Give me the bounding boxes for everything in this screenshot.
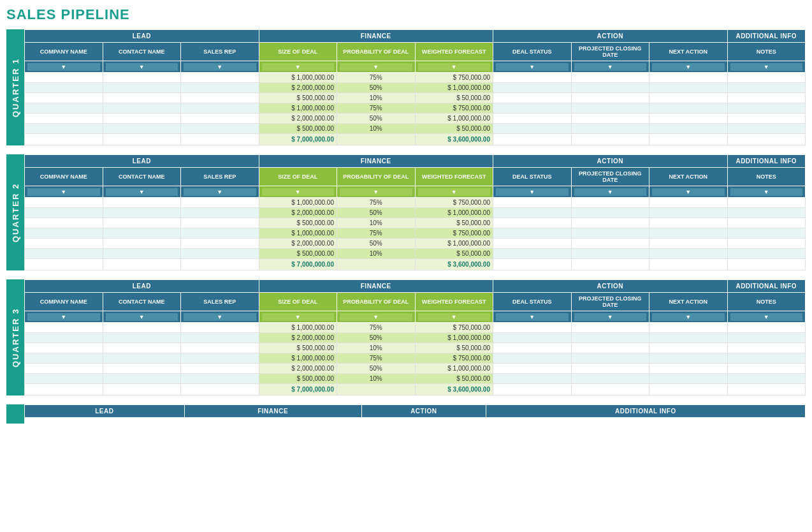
company-cell-q3-r1 (25, 333, 103, 343)
dropdown-cell-q1-c6[interactable]: ▼ (493, 61, 572, 73)
dropdown-btn-q1-c2[interactable]: ▼ (184, 63, 256, 71)
notes-cell-q1-r0 (727, 73, 806, 83)
dealstatus-cell-q2-r3 (493, 228, 572, 239)
company-cell-q1-r1 (25, 83, 103, 93)
dealstatus-cell-q2-r2 (493, 218, 572, 228)
dropdown-btn-q3-c3[interactable]: ▼ (262, 313, 335, 321)
dropdown-cell-q3-c6[interactable]: ▼ (493, 311, 572, 323)
total-size-q2: $ 7,000,000.00 (259, 259, 337, 270)
contact-cell-q3-r4 (103, 364, 181, 374)
dropdown-btn-q1-c7[interactable]: ▼ (574, 63, 647, 71)
nextaction-cell-q2-r3 (649, 228, 728, 239)
wf-cell-q3-r5: $ 50,000.00 (415, 374, 493, 384)
dropdown-cell-q3-c1[interactable]: ▼ (103, 311, 181, 323)
prob-cell-q1-r2: 10% (337, 93, 416, 103)
dealstatus-cell-q3-r2 (493, 343, 572, 353)
dropdown-btn-q1-c3[interactable]: ▼ (262, 63, 335, 71)
projclose-cell-q1-r1 (571, 83, 649, 93)
notes-header-q3: NOTES (727, 293, 806, 311)
dropdown-btn-q2-c1[interactable]: ▼ (106, 188, 178, 196)
projected-closing-header-q1: PROJECTED CLOSING DATE (571, 43, 649, 61)
projected-closing-header-q3: PROJECTED CLOSING DATE (571, 293, 649, 311)
dropdown-btn-q2-c9[interactable]: ▼ (730, 188, 803, 196)
dropdown-cell-q2-c4[interactable]: ▼ (337, 186, 416, 198)
dropdown-btn-q3-c8[interactable]: ▼ (652, 313, 725, 321)
dropdown-btn-q3-c6[interactable]: ▼ (496, 313, 569, 321)
dropdown-btn-q1-c6[interactable]: ▼ (496, 63, 569, 71)
dropdown-btn-q1-c9[interactable]: ▼ (730, 63, 803, 71)
notes-cell-q1-r3 (727, 103, 806, 114)
dropdown-btn-q2-c5[interactable]: ▼ (418, 188, 491, 196)
dropdown-btn-q2-c8[interactable]: ▼ (652, 188, 725, 196)
company-cell-q1-r2 (25, 93, 103, 103)
prob-cell-q1-r5: 10% (337, 124, 416, 134)
weighted-forecast-header-q3: WEIGHTED FORECAST (415, 293, 493, 311)
action-header-q3: ACTION (493, 280, 728, 293)
dropdown-cell-q3-c2[interactable]: ▼ (181, 311, 259, 323)
dropdown-cell-q2-c1[interactable]: ▼ (103, 186, 181, 198)
dropdown-btn-q3-c7[interactable]: ▼ (574, 313, 647, 321)
dropdown-cell-q1-c2[interactable]: ▼ (181, 61, 259, 73)
dropdown-btn-q3-c5[interactable]: ▼ (418, 313, 491, 321)
dropdown-cell-q1-c4[interactable]: ▼ (337, 61, 416, 73)
contact-cell-q1-r4 (103, 114, 181, 124)
dropdown-btn-q1-c0[interactable]: ▼ (27, 63, 100, 71)
next-action-header-q1: NEXT ACTION (649, 43, 728, 61)
dropdown-btn-q1-c8[interactable]: ▼ (652, 63, 725, 71)
dealstatus-cell-q3-r4 (493, 364, 572, 374)
prob-cell-q3-r4: 50% (337, 364, 416, 374)
notes-cell-q1-r5 (727, 124, 806, 134)
dropdown-cell-q3-c8[interactable]: ▼ (649, 311, 728, 323)
dropdown-btn-q2-c4[interactable]: ▼ (340, 188, 412, 196)
wf-cell-q1-r4: $ 1,000,000.00 (415, 114, 493, 124)
addinfo-header-q1: ADDITIONAL INFO (727, 30, 806, 43)
dropdown-btn-q1-c1[interactable]: ▼ (106, 63, 178, 71)
data-row-q1-r5: $ 500,000.00 10% $ 50,000.00 (25, 124, 806, 134)
dropdown-cell-q2-c5[interactable]: ▼ (415, 186, 493, 198)
total-empty-6-q3 (649, 384, 728, 395)
salesrep-cell-q3-r3 (181, 353, 259, 364)
dropdown-cell-q1-c3[interactable]: ▼ (259, 61, 337, 73)
dropdown-btn-q1-c4[interactable]: ▼ (340, 63, 412, 71)
dropdown-cell-q1-c0[interactable]: ▼ (25, 61, 103, 73)
dropdown-btn-q2-c2[interactable]: ▼ (184, 188, 256, 196)
salesrep-cell-q1-r5 (181, 124, 259, 134)
dropdown-btn-q3-c0[interactable]: ▼ (27, 313, 100, 321)
dropdown-btn-q3-c1[interactable]: ▼ (106, 313, 178, 321)
dropdown-cell-q3-c4[interactable]: ▼ (337, 311, 416, 323)
data-row-q1-r3: $ 1,000,000.00 75% $ 750,000.00 (25, 103, 806, 114)
salesrep-cell-q2-r3 (181, 228, 259, 239)
dropdown-btn-q3-c2[interactable]: ▼ (184, 313, 256, 321)
dropdown-cell-q3-c5[interactable]: ▼ (415, 311, 493, 323)
next-action-header-q2: NEXT ACTION (649, 168, 728, 186)
dropdown-btn-q2-c6[interactable]: ▼ (496, 188, 569, 196)
dropdown-btn-q3-c9[interactable]: ▼ (730, 313, 803, 321)
dropdown-cell-q1-c7[interactable]: ▼ (571, 61, 649, 73)
notes-cell-q3-r4 (727, 364, 806, 374)
dropdown-cell-q2-c7[interactable]: ▼ (571, 186, 649, 198)
dropdown-cell-q1-c1[interactable]: ▼ (103, 61, 181, 73)
action-header-q1: ACTION (493, 30, 728, 43)
dropdown-cell-q3-c3[interactable]: ▼ (259, 311, 337, 323)
dropdown-cell-q2-c3[interactable]: ▼ (259, 186, 337, 198)
dropdown-cell-q2-c2[interactable]: ▼ (181, 186, 259, 198)
dropdown-btn-q3-c4[interactable]: ▼ (340, 313, 412, 321)
dropdown-cell-q1-c8[interactable]: ▼ (649, 61, 728, 73)
dealstatus-cell-q2-r1 (493, 208, 572, 218)
dropdown-cell-q1-c9[interactable]: ▼ (727, 61, 806, 73)
dropdown-cell-q2-c8[interactable]: ▼ (649, 186, 728, 198)
dropdown-cell-q2-c0[interactable]: ▼ (25, 186, 103, 198)
dropdown-cell-q2-c6[interactable]: ▼ (493, 186, 572, 198)
dropdown-btn-q1-c5[interactable]: ▼ (418, 63, 491, 71)
dropdown-cell-q3-c9[interactable]: ▼ (727, 311, 806, 323)
dropdown-cell-q3-c7[interactable]: ▼ (571, 311, 649, 323)
dropdown-cell-q1-c5[interactable]: ▼ (415, 61, 493, 73)
dealstatus-cell-q3-r0 (493, 323, 572, 333)
dropdown-cell-q3-c0[interactable]: ▼ (25, 311, 103, 323)
company-cell-q3-r5 (25, 374, 103, 384)
dropdown-btn-q2-c0[interactable]: ▼ (27, 188, 100, 196)
dropdown-btn-q2-c3[interactable]: ▼ (262, 188, 335, 196)
dropdown-btn-q2-c7[interactable]: ▼ (574, 188, 647, 196)
dropdown-cell-q2-c9[interactable]: ▼ (727, 186, 806, 198)
probability-header-q2: PROBABILITY OF DEAL (337, 168, 416, 186)
